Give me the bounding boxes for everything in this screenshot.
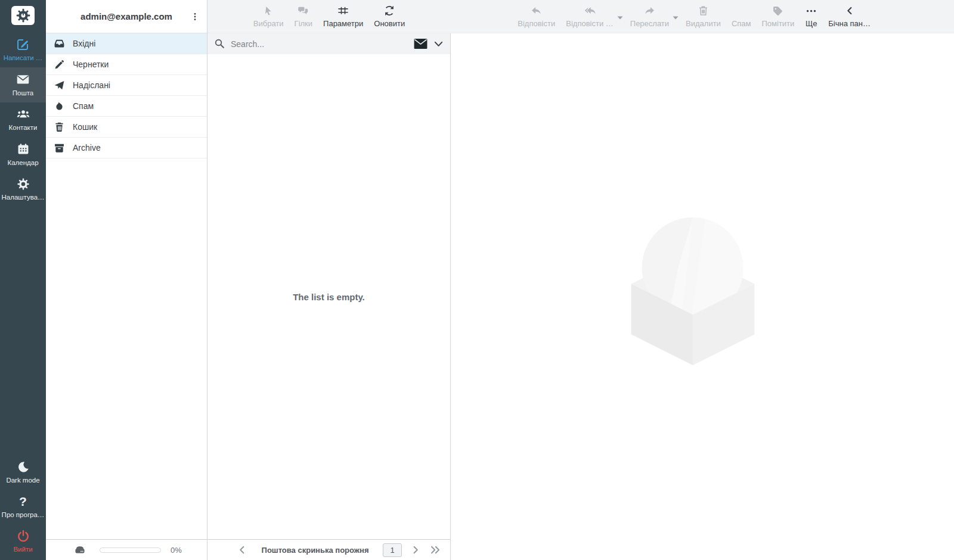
toolbar-button-label: Оновити: [374, 19, 405, 28]
archive-box-icon: [53, 142, 65, 154]
refresh-icon: [383, 5, 395, 17]
toolbar-button-label: Вибрати: [253, 19, 284, 28]
sidebar-item-mail[interactable]: Пошта: [0, 67, 46, 102]
folder-label: Кошик: [73, 122, 97, 132]
refresh-button[interactable]: Оновити: [368, 0, 410, 33]
folder-label: Надіслані: [73, 80, 110, 90]
folder-item-archive[interactable]: Archive: [46, 138, 207, 158]
reply-all-dropdown-caret-icon[interactable]: [617, 0, 625, 33]
sidebar-item-label: Контакти: [9, 124, 38, 131]
sidebar-item-label: Налаштува…: [1, 194, 44, 201]
toolbar-button-label: Відповісти: [518, 19, 555, 28]
sidebar-toggle-button[interactable]: Бічна пан…: [823, 0, 876, 33]
account-email: admin@example.com: [80, 11, 172, 21]
calendar-icon: [17, 142, 30, 156]
search-options-chevron-down-icon[interactable]: [433, 41, 444, 48]
moon-icon: [17, 461, 30, 474]
reply-all-button[interactable]: Відповісти …: [560, 0, 619, 33]
sidebar-item-dark-mode[interactable]: Dark mode: [0, 455, 46, 490]
pencil-icon: [53, 59, 65, 70]
threads-button[interactable]: Гілки: [289, 0, 318, 33]
folder-list: Вхідні Чернетки Надіслані: [46, 33, 207, 539]
folders-footer: 0%: [46, 539, 207, 560]
settings-gear-icon: [17, 178, 30, 191]
prev-page-button[interactable]: [237, 544, 247, 556]
sidebar-item-contacts[interactable]: Контакти: [0, 102, 46, 137]
reply-all-group: Відповісти …: [560, 0, 625, 33]
sidebar-item-label: Пошта: [13, 89, 33, 97]
paper-plane-icon: [53, 80, 65, 91]
sidebar-item-label: Про програ…: [2, 511, 45, 518]
search-input[interactable]: [231, 39, 408, 49]
sidebar-item-settings[interactable]: Налаштува…: [0, 172, 46, 207]
first-page-button[interactable]: [215, 544, 230, 556]
toolbar-button-label: Переслати: [630, 19, 669, 28]
forward-button[interactable]: Переслати: [625, 0, 674, 33]
toolbar-list-group: Вибрати Гілки: [207, 0, 451, 33]
app-logo[interactable]: [11, 6, 35, 25]
gear-logo-icon: [16, 8, 31, 23]
search-scope-mail-icon[interactable]: [413, 38, 428, 49]
select-button[interactable]: Вибрати: [248, 0, 289, 33]
reply-button[interactable]: Відповісти: [512, 0, 560, 33]
threads-bubbles-icon: [297, 5, 309, 17]
delete-button[interactable]: Видалити: [680, 0, 726, 33]
sidebar-item-logout[interactable]: Вийти: [0, 524, 46, 560]
last-page-button[interactable]: [428, 544, 442, 556]
sidebar-item-label: Вийти: [13, 546, 32, 553]
webmail-app: Написати … Пошта: [0, 0, 954, 560]
reply-all-icon: [583, 5, 597, 17]
toolbar-button-label: Гілки: [295, 19, 312, 28]
folders-panel: admin@example.com Вхідні: [46, 0, 207, 560]
sidebar-item-compose[interactable]: Написати …: [0, 32, 46, 67]
content-pane: [451, 33, 954, 560]
inbox-icon: [53, 38, 65, 49]
ellipsis-icon: [805, 5, 817, 17]
question-icon: ?: [19, 495, 27, 508]
roundcube-watermark-logo: [619, 217, 767, 366]
sidebar-item-label: Dark mode: [6, 477, 39, 484]
toolbar-button-label: Відповісти …: [566, 19, 614, 28]
toolbar-button-label: Спам: [732, 19, 751, 28]
sidebar-item-about[interactable]: ? Про програ…: [0, 490, 46, 524]
folder-item-sent[interactable]: Надіслані: [46, 75, 207, 96]
sidebar-item-calendar[interactable]: Календар: [0, 137, 46, 172]
toolbar-button-label: Помітити: [761, 19, 794, 28]
mark-button[interactable]: Помітити: [756, 0, 800, 33]
folders-header: admin@example.com: [46, 0, 207, 33]
flame-icon: [53, 101, 65, 112]
folder-item-drafts[interactable]: Чернетки: [46, 54, 207, 75]
forward-dropdown-caret-icon[interactable]: [673, 0, 680, 33]
toolbar-button-label: Видалити: [686, 19, 721, 28]
toolbar-button-label: Параметри: [323, 19, 363, 28]
tag-icon: [772, 5, 783, 17]
taskbar-spacer: [0, 207, 46, 455]
page-number-input[interactable]: [383, 543, 402, 557]
sliders-icon: [337, 5, 349, 17]
next-page-button[interactable]: [410, 544, 421, 556]
kebab-menu-icon[interactable]: [188, 9, 202, 24]
mailbox-status-text: Поштова скринька порожня: [247, 546, 383, 555]
folder-item-junk[interactable]: Спам: [46, 96, 207, 117]
empty-list-message: The list is empty.: [207, 54, 450, 539]
more-button[interactable]: Ще: [800, 0, 823, 33]
folder-item-trash[interactable]: Кошик: [46, 117, 207, 138]
contacts-icon: [16, 108, 30, 121]
trash-outline-icon: [698, 5, 709, 17]
toolbar-button-label: Бічна пан…: [828, 19, 871, 28]
sidebar-item-label: Календар: [7, 159, 38, 166]
mail-envelope-icon: [16, 73, 30, 86]
compose-icon: [16, 38, 30, 51]
folder-label: Спам: [73, 101, 94, 111]
main-body: The list is empty. Поштова скринька поро…: [207, 33, 954, 560]
options-button[interactable]: Параметри: [318, 0, 368, 33]
trash-icon: [53, 122, 65, 133]
junk-button[interactable]: Спам: [726, 0, 757, 33]
power-icon: [17, 530, 30, 543]
folder-label: Чернетки: [73, 60, 109, 69]
toolbar-message-group: Відповісти Відповісти …: [512, 0, 954, 33]
folder-item-inbox[interactable]: Вхідні: [46, 33, 207, 54]
sidebar-item-label: Написати …: [4, 54, 43, 61]
search-icon: [214, 38, 225, 49]
app-taskbar: Написати … Пошта: [0, 0, 46, 560]
